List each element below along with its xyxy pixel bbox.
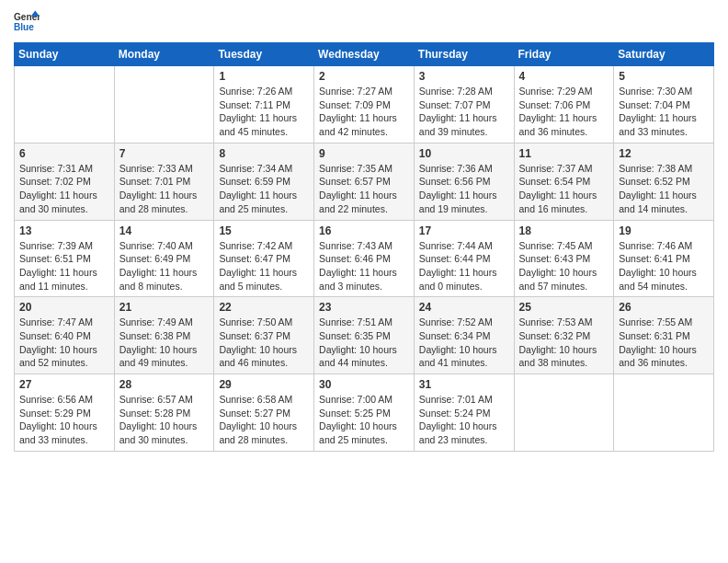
day-info: Sunrise: 7:51 AMSunset: 6:35 PMDaylight:… [319,316,409,370]
calendar-header-friday: Friday [514,43,614,66]
day-number: 7 [119,147,210,160]
calendar-cell [514,374,614,452]
day-number: 10 [419,147,509,160]
day-info: Sunrise: 7:26 AMSunset: 7:11 PMDaylight:… [219,85,309,139]
day-info: Sunrise: 7:40 AMSunset: 6:49 PMDaylight:… [119,239,210,293]
calendar-cell: 20Sunrise: 7:47 AMSunset: 6:40 PMDayligh… [15,297,115,374]
calendar-cell: 31Sunrise: 7:01 AMSunset: 5:24 PMDayligh… [414,374,514,452]
calendar-cell: 5Sunrise: 7:30 AMSunset: 7:04 PMDaylight… [614,66,714,144]
day-number: 17 [419,224,509,237]
calendar-cell: 10Sunrise: 7:36 AMSunset: 6:56 PMDayligh… [414,143,514,220]
day-number: 23 [319,301,409,314]
calendar-cell: 18Sunrise: 7:45 AMSunset: 6:43 PMDayligh… [514,220,614,297]
calendar-cell: 16Sunrise: 7:43 AMSunset: 6:46 PMDayligh… [314,220,415,297]
day-number: 2 [319,70,409,83]
day-number: 6 [19,147,109,160]
day-number: 22 [219,301,309,314]
day-number: 31 [419,378,509,391]
day-number: 16 [319,224,409,237]
day-info: Sunrise: 7:46 AMSunset: 6:41 PMDaylight:… [619,239,709,293]
day-info: Sunrise: 7:36 AMSunset: 6:56 PMDaylight:… [419,162,509,216]
day-number: 3 [419,70,509,83]
day-info: Sunrise: 7:44 AMSunset: 6:44 PMDaylight:… [419,239,509,293]
calendar-header-row: SundayMondayTuesdayWednesdayThursdayFrid… [15,43,714,66]
calendar-week-2: 6Sunrise: 7:31 AMSunset: 7:02 PMDaylight… [15,143,714,220]
day-number: 24 [419,301,509,314]
day-number: 26 [619,301,709,314]
calendar-cell: 22Sunrise: 7:50 AMSunset: 6:37 PMDayligh… [214,297,314,374]
day-number: 4 [519,70,609,83]
calendar-cell: 27Sunrise: 6:56 AMSunset: 5:29 PMDayligh… [15,374,115,452]
day-info: Sunrise: 7:34 AMSunset: 6:59 PMDaylight:… [219,162,309,216]
day-info: Sunrise: 7:35 AMSunset: 6:57 PMDaylight:… [319,162,409,216]
day-info: Sunrise: 6:58 AMSunset: 5:27 PMDaylight:… [219,393,309,447]
day-info: Sunrise: 7:31 AMSunset: 7:02 PMDaylight:… [19,162,109,216]
day-number: 25 [519,301,609,314]
calendar-cell: 28Sunrise: 6:57 AMSunset: 5:28 PMDayligh… [114,374,214,452]
calendar-cell: 24Sunrise: 7:52 AMSunset: 6:34 PMDayligh… [414,297,514,374]
day-info: Sunrise: 7:55 AMSunset: 6:31 PMDaylight:… [619,316,709,370]
day-number: 14 [119,224,210,237]
calendar-cell: 6Sunrise: 7:31 AMSunset: 7:02 PMDaylight… [15,143,115,220]
day-number: 29 [219,378,309,391]
day-number: 15 [219,224,309,237]
day-info: Sunrise: 7:39 AMSunset: 6:51 PMDaylight:… [19,239,109,293]
day-info: Sunrise: 7:42 AMSunset: 6:47 PMDaylight:… [219,239,309,293]
calendar-cell [15,66,115,144]
calendar-header-monday: Monday [114,43,214,66]
day-info: Sunrise: 7:30 AMSunset: 7:04 PMDaylight:… [619,85,709,139]
calendar-cell: 14Sunrise: 7:40 AMSunset: 6:49 PMDayligh… [114,220,214,297]
day-number: 9 [319,147,409,160]
day-number: 27 [19,378,109,391]
calendar-cell: 25Sunrise: 7:53 AMSunset: 6:32 PMDayligh… [514,297,614,374]
day-number: 13 [19,224,109,237]
calendar-cell: 2Sunrise: 7:27 AMSunset: 7:09 PMDaylight… [314,66,415,144]
calendar-cell: 29Sunrise: 6:58 AMSunset: 5:27 PMDayligh… [214,374,314,452]
day-number: 28 [119,378,210,391]
calendar-header-sunday: Sunday [15,43,115,66]
calendar-header-saturday: Saturday [614,43,714,66]
calendar-cell: 15Sunrise: 7:42 AMSunset: 6:47 PMDayligh… [214,220,314,297]
day-number: 20 [19,301,109,314]
calendar-cell: 1Sunrise: 7:26 AMSunset: 7:11 PMDaylight… [214,66,314,144]
day-number: 21 [119,301,210,314]
day-number: 12 [619,147,709,160]
calendar-cell [114,66,214,144]
day-info: Sunrise: 7:29 AMSunset: 7:06 PMDaylight:… [519,85,609,139]
calendar-cell [614,374,714,452]
calendar-cell: 23Sunrise: 7:51 AMSunset: 6:35 PMDayligh… [314,297,415,374]
calendar-header-tuesday: Tuesday [214,43,314,66]
calendar-cell: 11Sunrise: 7:37 AMSunset: 6:54 PMDayligh… [514,143,614,220]
day-number: 19 [619,224,709,237]
logo: General Blue [14,9,40,35]
day-info: Sunrise: 7:38 AMSunset: 6:52 PMDaylight:… [619,162,709,216]
calendar-header-wednesday: Wednesday [314,43,415,66]
day-info: Sunrise: 7:43 AMSunset: 6:46 PMDaylight:… [319,239,409,293]
day-number: 11 [519,147,609,160]
day-info: Sunrise: 7:00 AMSunset: 5:25 PMDaylight:… [319,393,409,447]
calendar-week-4: 20Sunrise: 7:47 AMSunset: 6:40 PMDayligh… [15,297,714,374]
day-info: Sunrise: 7:27 AMSunset: 7:09 PMDaylight:… [319,85,409,139]
day-info: Sunrise: 7:49 AMSunset: 6:38 PMDaylight:… [119,316,210,370]
day-number: 1 [219,70,309,83]
day-info: Sunrise: 6:56 AMSunset: 5:29 PMDaylight:… [19,393,109,447]
day-number: 8 [219,147,309,160]
calendar-cell: 4Sunrise: 7:29 AMSunset: 7:06 PMDaylight… [514,66,614,144]
day-info: Sunrise: 7:47 AMSunset: 6:40 PMDaylight:… [19,316,109,370]
day-info: Sunrise: 7:53 AMSunset: 6:32 PMDaylight:… [519,316,609,370]
calendar-cell: 12Sunrise: 7:38 AMSunset: 6:52 PMDayligh… [614,143,714,220]
day-info: Sunrise: 7:45 AMSunset: 6:43 PMDaylight:… [519,239,609,293]
day-info: Sunrise: 7:52 AMSunset: 6:34 PMDaylight:… [419,316,509,370]
day-info: Sunrise: 7:33 AMSunset: 7:01 PMDaylight:… [119,162,210,216]
calendar-cell: 30Sunrise: 7:00 AMSunset: 5:25 PMDayligh… [314,374,415,452]
calendar-cell: 17Sunrise: 7:44 AMSunset: 6:44 PMDayligh… [414,220,514,297]
day-info: Sunrise: 7:01 AMSunset: 5:24 PMDaylight:… [419,393,509,447]
day-number: 18 [519,224,609,237]
calendar-cell: 26Sunrise: 7:55 AMSunset: 6:31 PMDayligh… [614,297,714,374]
calendar-header-thursday: Thursday [414,43,514,66]
calendar-week-3: 13Sunrise: 7:39 AMSunset: 6:51 PMDayligh… [15,220,714,297]
header: General Blue [14,9,714,35]
day-info: Sunrise: 7:28 AMSunset: 7:07 PMDaylight:… [419,85,509,139]
logo-icon: General Blue [14,9,40,35]
calendar-week-1: 1Sunrise: 7:26 AMSunset: 7:11 PMDaylight… [15,66,714,144]
